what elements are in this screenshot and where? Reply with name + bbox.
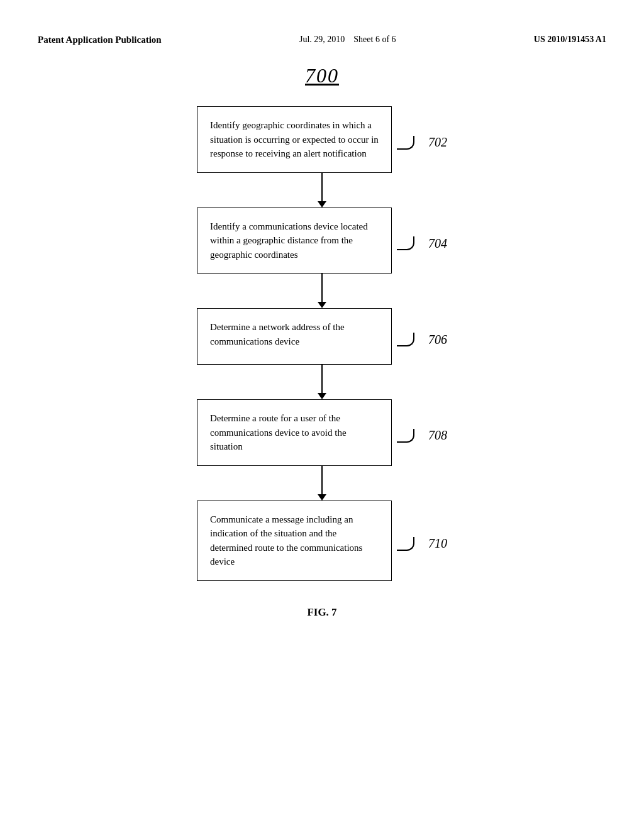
step-704-text: Identify a communications device located… (210, 221, 368, 260)
header-center: Jul. 29, 2010 Sheet 6 of 6 (299, 35, 396, 45)
step-710-box: Communicate a message including an indic… (197, 501, 392, 581)
header-sheet: Sheet 6 of 6 (353, 35, 396, 44)
arrow-3 (225, 365, 419, 399)
flow-row-702: Identify geographic coordinates in which… (102, 106, 542, 173)
arrow-line-1 (321, 173, 323, 201)
flow-row-708: Determine a route for a user of the comm… (102, 399, 542, 466)
arrow-head-1 (318, 201, 326, 208)
step-706-box: Determine a network address of the commu… (197, 308, 392, 365)
label-sweep-710 (397, 537, 414, 551)
label-connector-704: 704 (397, 236, 447, 251)
arrow-line-2 (321, 274, 323, 302)
header-patent-number: US 2010/191453 A1 (534, 35, 606, 45)
arrow-head-4 (318, 494, 326, 501)
label-sweep-704 (397, 236, 414, 250)
step-710-label: 710 (428, 536, 447, 551)
arrow-head-3 (318, 393, 326, 399)
label-connector-702: 702 (397, 135, 447, 150)
header-date: Jul. 29, 2010 (299, 35, 345, 44)
step-708-label: 708 (428, 428, 447, 443)
header-publication-label: Patent Application Publication (38, 35, 162, 45)
flow-row-706: Determine a network address of the commu… (102, 308, 542, 365)
arrow-head-2 (318, 302, 326, 308)
diagram-title: 700 (305, 64, 339, 87)
flow-row-710: Communicate a message including an indic… (102, 501, 542, 581)
arrow-line-3 (321, 365, 323, 393)
label-sweep-706 (397, 333, 414, 346)
flow-row-704: Identify a communications device located… (102, 208, 542, 274)
arrow-4 (225, 466, 419, 501)
step-702-box: Identify geographic coordinates in which… (197, 106, 392, 173)
step-708-text: Determine a route for a user of the comm… (210, 413, 347, 451)
label-connector-708: 708 (397, 428, 447, 443)
step-706-label: 706 (428, 333, 447, 347)
label-connector-706: 706 (397, 333, 447, 347)
step-706-text: Determine a network address of the commu… (210, 322, 345, 346)
step-702-text: Identify geographic coordinates in which… (210, 120, 379, 158)
arrow-2 (225, 274, 419, 308)
flowchart: Identify geographic coordinates in which… (102, 106, 542, 581)
figure-label: FIG. 7 (307, 606, 336, 619)
label-sweep-708 (397, 429, 414, 443)
step-704-label: 704 (428, 236, 447, 251)
step-710-text: Communicate a message including an indic… (210, 514, 362, 567)
label-connector-710: 710 (397, 536, 447, 551)
step-708-box: Determine a route for a user of the comm… (197, 399, 392, 466)
page: Patent Application Publication Jul. 29, … (0, 0, 644, 830)
arrow-1 (225, 173, 419, 208)
label-sweep-702 (397, 136, 414, 150)
step-704-box: Identify a communications device located… (197, 208, 392, 274)
step-702-label: 702 (428, 135, 447, 150)
main-content: 700 Identify geographic coordinates in w… (0, 58, 644, 644)
arrow-line-4 (321, 466, 323, 494)
header: Patent Application Publication Jul. 29, … (0, 0, 644, 58)
